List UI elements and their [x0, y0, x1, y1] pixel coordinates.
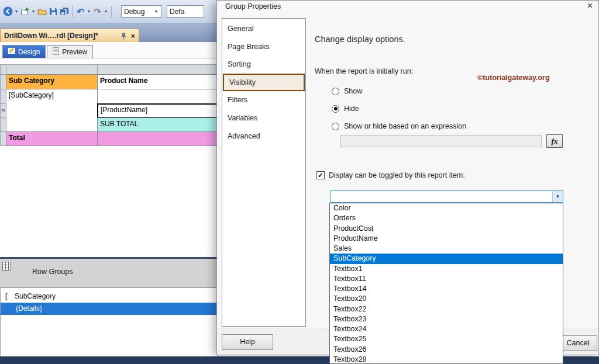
debug-configuration-dropdown[interactable]: Debug ▾ [121, 5, 162, 18]
debug-configuration-value: Debug [124, 8, 144, 16]
view-tab-bar: Design Preview [0, 42, 218, 58]
save-all-icon[interactable] [58, 6, 70, 17]
chevron-down-icon: ▾ [153, 9, 159, 14]
pin-icon[interactable] [120, 32, 127, 40]
dialog-nav-list: General Page Breaks Sorting Visibility F… [222, 18, 306, 327]
toolbar-separator [72, 6, 73, 18]
report-item-dropdown-list: Color Orders ProductCost ProductName Sal… [329, 203, 563, 364]
new-item-caret-icon[interactable]: ▾ [30, 9, 36, 14]
radio-expression-label: Show or hide based on an expression [344, 122, 466, 130]
save-icon[interactable] [47, 6, 58, 17]
radio-show-label: Show [344, 87, 362, 95]
initial-run-label: When the report is initially run: [315, 67, 413, 75]
undo-caret-icon[interactable]: ▾ [86, 9, 92, 14]
dropdown-item[interactable]: Textbox22 [330, 304, 563, 314]
expression-input[interactable] [340, 135, 542, 147]
total-label-cell[interactable]: Total [6, 131, 98, 146]
dropdown-item[interactable]: Textbox20 [330, 294, 563, 304]
subtotal-cell[interactable]: SUB TOTAL [97, 117, 218, 132]
nav-item-filters[interactable]: Filters [222, 91, 305, 109]
row-group-details[interactable]: (Details) [1, 303, 217, 315]
tab-preview[interactable]: Preview [47, 45, 93, 58]
dropdown-item[interactable]: Textbox26 [330, 345, 563, 355]
nav-item-page-breaks[interactable]: Page Breaks [222, 38, 305, 56]
document-tab-title: DrillDown Wi….rdl [Design]* [4, 32, 116, 40]
dropdown-item[interactable]: Color [330, 203, 563, 213]
radio-expression[interactable]: Show or hide based on an expression [332, 122, 466, 130]
dialog-heading: Change display options. [315, 34, 405, 44]
tab-preview-label: Preview [62, 48, 87, 56]
tab-design[interactable]: Design [2, 45, 46, 58]
redo-caret-icon[interactable]: ▾ [103, 9, 109, 14]
screen: ▾ ▾ ↶ ▾ ↷ ▾ Debug ▾ Defa DrillDown Wi….r… [0, 0, 599, 364]
dropdown-item[interactable]: Orders [330, 213, 563, 223]
column-handle-productname[interactable] [97, 64, 218, 75]
nav-item-variables[interactable]: Variables [222, 109, 305, 127]
new-item-icon[interactable] [19, 6, 30, 17]
radio-hide[interactable]: Hide [332, 105, 359, 113]
dialog-title: Group Properties [225, 2, 281, 11]
row-groups-list: [ SubCategory (Details) [0, 287, 218, 356]
group-expression-cell[interactable]: [SubCategory] [6, 89, 98, 132]
header-cell-subcategory[interactable]: Sub Category [6, 74, 98, 89]
navigate-back-icon[interactable] [2, 6, 13, 17]
dropdown-item[interactable]: Textbox24 [330, 324, 563, 334]
grouping-pane-header: Row Groups [0, 259, 218, 287]
toggle-checkbox-label: Display can be toggled by this report it… [329, 171, 465, 179]
radio-show[interactable]: Show [332, 87, 362, 95]
design-icon [8, 47, 15, 56]
navigate-back-caret-icon[interactable]: ▾ [13, 9, 19, 14]
report-design-surface: ≡ Sub Category Product Name [SubCategory… [0, 59, 218, 257]
tab-close-icon[interactable]: × [130, 32, 135, 40]
radio-expression-circle[interactable] [332, 123, 339, 130]
chevron-down-icon[interactable]: ▾ [552, 191, 563, 202]
dropdown-item-selected[interactable]: SubCategory [330, 254, 563, 264]
dropdown-item[interactable]: Textbox1 [330, 264, 563, 274]
empty-cell[interactable] [97, 89, 218, 104]
dropdown-item[interactable]: Sales [330, 244, 563, 254]
undo-icon[interactable]: ↶ [75, 6, 86, 17]
radio-hide-circle[interactable] [332, 105, 339, 113]
toggle-checkbox-row[interactable]: ✓ Display can be toggled by this report … [316, 171, 465, 179]
row-group-details-label: (Details) [16, 303, 42, 315]
tab-design-label: Design [18, 48, 40, 56]
dropdown-item[interactable]: ProductCost [330, 224, 563, 234]
redo-icon[interactable]: ↷ [92, 6, 103, 17]
toggle-checkbox[interactable]: ✓ [316, 171, 325, 179]
dialog-close-icon[interactable]: × [587, 1, 593, 11]
grid-icon [2, 262, 11, 273]
dropdown-item[interactable]: Textbox11 [330, 274, 563, 284]
watermark-text: ©tutorialgateway.org [477, 74, 550, 82]
nav-item-general[interactable]: General [222, 20, 305, 38]
dropdown-item[interactable]: ProductName [330, 234, 563, 244]
group-bracket-icon: [ [5, 290, 8, 303]
nav-item-sorting[interactable]: Sorting [222, 56, 305, 74]
dropdown-item[interactable]: Textbox23 [330, 314, 563, 324]
detail-expression-cell[interactable]: [ProductName] [97, 103, 218, 118]
dropdown-item[interactable]: Textbox25 [330, 334, 563, 344]
report-item-combobox[interactable]: ▾ [330, 190, 563, 203]
dropdown-item[interactable]: Textbox14 [330, 284, 563, 294]
header-cell-productname[interactable]: Product Name [97, 74, 218, 89]
document-tab[interactable]: DrillDown Wi….rdl [Design]* × [0, 29, 139, 42]
fx-expression-button[interactable]: fx [546, 134, 563, 148]
row-group-subcategory[interactable]: [ SubCategory [1, 290, 217, 303]
dropdown-item[interactable]: Textbox28 [330, 355, 563, 364]
help-button[interactable]: Help [222, 334, 273, 350]
nav-item-advanced[interactable]: Advanced [222, 127, 305, 145]
platform-dropdown[interactable]: Defa [167, 5, 204, 18]
radio-show-circle[interactable] [332, 88, 339, 95]
open-file-icon[interactable] [36, 6, 47, 17]
preview-icon [53, 47, 59, 57]
row-details-icon: ≡ [1, 104, 6, 117]
radio-hide-label: Hide [344, 105, 359, 113]
toolbar-separator [111, 6, 112, 18]
platform-value: Defa [170, 8, 184, 16]
row-group-subcategory-label: SubCategory [15, 290, 56, 303]
row-groups-title: Row Groups [32, 268, 73, 276]
nav-item-visibility[interactable]: Visibility [223, 74, 305, 92]
cancel-button[interactable]: Cancel [559, 335, 597, 351]
total-value-cell[interactable] [97, 131, 218, 146]
column-handle-subcategory[interactable] [6, 64, 98, 75]
